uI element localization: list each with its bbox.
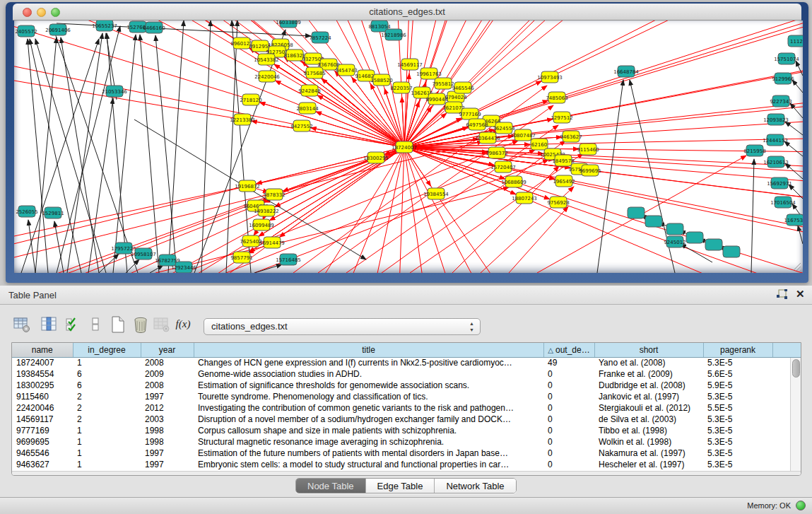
graph-node[interactable]: 7857224 — [309, 32, 331, 43]
cell-pagerank[interactable]: 5.3E-5 — [703, 357, 772, 368]
graph-node[interactable]: 15720407 — [490, 161, 516, 173]
graph-node[interactable]: 5878332 — [263, 189, 285, 200]
cell-short[interactable]: de Silva et al. (2003) — [594, 414, 703, 425]
graph-node[interactable]: 1167533 — [784, 214, 803, 226]
cell-year[interactable]: 1997 — [141, 448, 194, 459]
graph-node[interactable]: 9227343 — [770, 95, 792, 107]
graph-node[interactable]: 1965492 — [553, 175, 575, 187]
graph-node[interactable]: 19196872 — [235, 180, 260, 192]
cell-title[interactable]: Tourette syndrome. Phenomenology and cla… — [194, 391, 543, 402]
table-settings-icon[interactable] — [13, 315, 31, 334]
delete-trash-icon[interactable] — [131, 315, 150, 334]
graph-node[interactable]: 9242848 — [298, 85, 320, 96]
graph-node[interactable]: 20691406 — [45, 24, 71, 35]
function-builder-icon[interactable]: f(x) — [174, 318, 192, 337]
cell-name[interactable]: 9463627 — [12, 459, 73, 470]
graph-node[interactable]: 10688609 — [501, 176, 526, 187]
graph-node[interactable]: 14569117 — [397, 59, 423, 70]
cell-in_degree[interactable]: 2 — [73, 402, 141, 414]
cell-in_degree[interactable]: 1 — [73, 436, 141, 448]
cell-pagerank[interactable]: 5.3E-5 — [703, 448, 772, 459]
graph-node[interactable] — [628, 207, 645, 218]
close-panel-icon[interactable]: ✕ — [796, 288, 805, 300]
cell-out_de…[interactable]: 49 — [543, 357, 594, 368]
table-row[interactable]: 1830029562008Estimation of significance … — [12, 380, 801, 391]
graph-node[interactable]: 9465546 — [452, 82, 474, 93]
column-header-spacer[interactable] — [772, 343, 801, 357]
graph-node[interactable]: 9245012 — [664, 236, 686, 247]
cell-pagerank[interactable]: 5.3E-5 — [703, 436, 772, 448]
network-canvas[interactable]: 1872400789601238912955182260589127503818… — [14, 21, 803, 273]
resize-grip-icon[interactable] — [792, 262, 801, 271]
graph-node[interactable]: 6466160 — [143, 22, 165, 33]
graph-node[interactable]: 7955812 — [432, 78, 454, 89]
cell-year[interactable]: 2012 — [141, 402, 194, 414]
graph-node[interactable]: 8454743 — [335, 64, 357, 76]
cell-short[interactable]: Tibbo et al. (1998) — [594, 425, 703, 436]
graph-node[interactable]: 15751074 — [774, 53, 799, 64]
cell-in_degree[interactable]: 1 — [73, 357, 141, 368]
vertical-scrollbar[interactable] — [790, 358, 801, 471]
cell-pagerank[interactable]: 5.6E-5 — [703, 368, 772, 380]
column-header-in_degree[interactable]: in_degree — [73, 343, 141, 357]
cell-name[interactable]: 18724007 — [12, 357, 73, 368]
graph-node[interactable] — [645, 216, 662, 227]
cell-name[interactable]: 9777169 — [12, 425, 73, 436]
cell-out_de…[interactable]: 0 — [543, 368, 594, 380]
table-row[interactable]: 969969511998Structural magnetic resonanc… — [12, 436, 801, 448]
table-row[interactable]: 946362711997Embryonic stem cells: a mode… — [12, 459, 801, 470]
cell-short[interactable]: Nakamura et al. (1997) — [594, 448, 703, 459]
graph-node[interactable]: 1849578 — [552, 155, 574, 166]
graph-node[interactable]: 7485063 — [546, 92, 567, 103]
cell-name[interactable]: 9115460 — [12, 391, 73, 402]
cell-title[interactable]: Disruption of a novel member of a sodium… — [194, 414, 543, 425]
graph-node[interactable] — [666, 223, 683, 235]
graph-node[interactable]: 9699695 — [579, 165, 601, 176]
row-selection-icon[interactable] — [64, 315, 82, 334]
horizontal-scrollbar[interactable] — [12, 471, 801, 476]
cell-year[interactable]: 1998 — [141, 425, 194, 436]
graph-node[interactable]: 20364436 — [475, 132, 500, 144]
graph-node[interactable]: 17016504 — [770, 197, 796, 208]
graph-node[interactable]: 8427552 — [290, 120, 312, 132]
cell-title[interactable]: Genome-wide association studies in ADHD. — [194, 368, 543, 380]
graph-node[interactable]: 16210613 — [763, 156, 789, 168]
cell-year[interactable]: 2003 — [141, 414, 194, 425]
cell-out_de…[interactable]: 0 — [543, 436, 594, 448]
graph-node[interactable]: 7625402 — [240, 235, 261, 247]
cell-out_de…[interactable]: 0 — [543, 459, 594, 470]
column-header-year[interactable]: year — [141, 343, 194, 357]
cell-short[interactable]: Stergiakouli et al. (2012) — [594, 402, 703, 414]
new-document-icon[interactable] — [109, 315, 127, 334]
cell-in_degree[interactable]: 1 — [73, 425, 141, 436]
cell-in_degree[interactable]: 1 — [73, 448, 141, 459]
table-row[interactable]: 911546021997Tourette syndrome. Phenomeno… — [12, 391, 801, 402]
cell-out_de…[interactable]: 0 — [543, 414, 594, 425]
cell-out_de…[interactable]: 0 — [543, 448, 594, 459]
graph-node[interactable]: 12093823 — [763, 114, 789, 125]
graph-node[interactable]: 1112 — [788, 35, 803, 47]
cell-title[interactable]: Investigating the contribution of common… — [194, 402, 543, 414]
scrollbar-thumb[interactable] — [792, 359, 800, 378]
cell-short[interactable]: Wolkin et al. (1998) — [594, 436, 703, 448]
cell-short[interactable]: Franke et al. (2009) — [594, 368, 703, 380]
column-header-pagerank[interactable]: pagerank — [703, 343, 772, 357]
cell-name[interactable]: 22420046 — [12, 402, 73, 414]
table-row[interactable]: 977716911998Corpus callosum shape and si… — [12, 425, 801, 436]
cell-year[interactable]: 1997 — [141, 459, 194, 470]
table-row[interactable]: 1938455462009Genome-wide association stu… — [12, 368, 801, 380]
graph-node[interactable]: 22420046 — [254, 71, 280, 82]
cell-year[interactable]: 2009 — [141, 368, 194, 380]
cell-name[interactable]: 18300295 — [12, 380, 73, 391]
cell-name[interactable]: 9465546 — [12, 448, 73, 459]
graph-node[interactable]: 2718120 — [240, 94, 261, 105]
column-header-title[interactable]: title — [194, 343, 543, 357]
graph-node[interactable]: 9175685 — [303, 67, 325, 78]
graph-node[interactable] — [686, 232, 703, 243]
column-header-short[interactable]: short — [594, 343, 703, 357]
cell-short[interactable]: Hescheler et al. (1997) — [594, 459, 703, 470]
cell-short[interactable]: Jankovic et al. (1997) — [594, 391, 703, 402]
cell-pagerank[interactable]: 5.3E-5 — [703, 391, 772, 402]
cell-title[interactable]: Corpus callosum shape and size in male p… — [194, 425, 543, 436]
cell-name[interactable]: 9699695 — [12, 436, 73, 448]
